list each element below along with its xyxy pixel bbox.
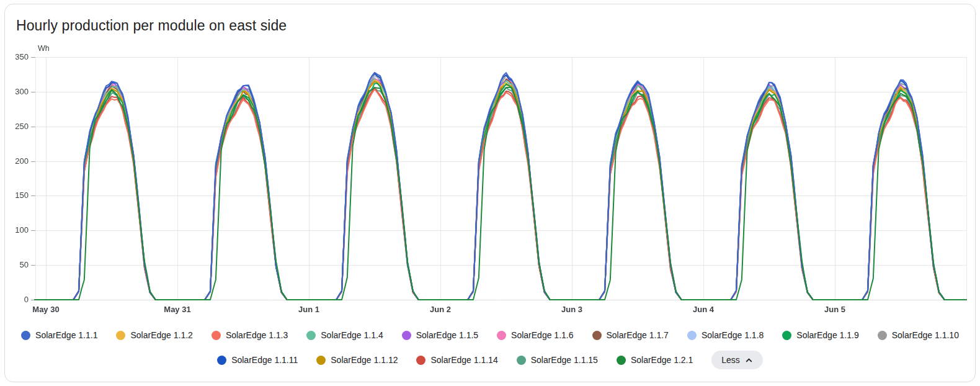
line-chart-plot-area[interactable] [0,0,980,320]
legend-item-solaredge-1-1-9[interactable]: SolarEdge 1.1.9 [782,330,858,340]
legend-label: SolarEdge 1.1.14 [430,355,497,365]
chevron-up-icon [745,356,753,364]
legend-label: SolarEdge 1.1.8 [702,330,764,340]
legend-color-dot [402,331,411,340]
legend-item-solaredge-1-1-4[interactable]: SolarEdge 1.1.4 [306,330,383,340]
legend-item-solaredge-1-1-7[interactable]: SolarEdge 1.1.7 [592,330,669,340]
legend-color-dot [116,331,125,340]
legend-label: SolarEdge 1.1.15 [531,355,598,365]
legend-label: SolarEdge 1.2.1 [631,355,693,365]
legend-item-solaredge-1-1-6[interactable]: SolarEdge 1.1.6 [497,330,573,340]
legend-item-solaredge-1-2-1[interactable]: SolarEdge 1.2.1 [617,355,693,365]
legend-label: SolarEdge 1.1.9 [796,330,858,340]
legend-label: SolarEdge 1.1.2 [130,330,192,340]
legend-less-button[interactable]: Less [711,351,763,369]
legend-item-solaredge-1-1-5[interactable]: SolarEdge 1.1.5 [402,330,478,340]
legend-label: SolarEdge 1.1.5 [416,330,478,340]
legend-item-solaredge-1-1-12[interactable]: SolarEdge 1.1.12 [316,355,398,365]
legend-item-solaredge-1-1-15[interactable]: SolarEdge 1.1.15 [517,355,598,365]
legend-item-solaredge-1-1-3[interactable]: SolarEdge 1.1.3 [212,330,288,340]
legend-color-dot [21,331,30,340]
legend-label: SolarEdge 1.1.11 [231,355,298,365]
legend-color-dot [878,331,887,340]
legend-item-solaredge-1-1-1[interactable]: SolarEdge 1.1.1 [21,330,97,340]
legend-color-dot [782,331,791,340]
legend-color-dot [687,331,697,340]
legend-label: SolarEdge 1.1.1 [35,330,97,340]
legend-color-dot [592,331,602,340]
legend-label: SolarEdge 1.1.3 [226,330,288,340]
legend-color-dot [517,356,526,365]
legend-item-solaredge-1-1-11[interactable]: SolarEdge 1.1.11 [217,355,298,365]
less-button-label: Less [721,355,740,365]
legend-row-1: SolarEdge 1.1.1SolarEdge 1.1.2SolarEdge … [0,327,980,343]
legend-item-solaredge-1-1-14[interactable]: SolarEdge 1.1.14 [416,355,497,365]
legend-color-dot [217,356,226,365]
legend-label: SolarEdge 1.1.6 [511,330,573,340]
legend-label: SolarEdge 1.1.4 [321,330,383,340]
legend-color-dot [617,356,626,365]
legend-color-dot [306,331,316,340]
legend-item-solaredge-1-1-8[interactable]: SolarEdge 1.1.8 [687,330,764,340]
legend-color-dot [212,331,221,340]
legend-label: SolarEdge 1.1.12 [331,355,398,365]
legend-row-2: SolarEdge 1.1.11SolarEdge 1.1.12SolarEdg… [0,349,980,370]
legend-color-dot [316,356,326,365]
legend-label: SolarEdge 1.1.7 [607,330,669,340]
legend-color-dot [416,356,425,365]
legend-item-solaredge-1-1-2[interactable]: SolarEdge 1.1.2 [116,330,192,340]
legend-label: SolarEdge 1.1.10 [892,330,959,340]
legend-item-solaredge-1-1-10[interactable]: SolarEdge 1.1.10 [878,330,959,340]
legend-color-dot [497,331,506,340]
